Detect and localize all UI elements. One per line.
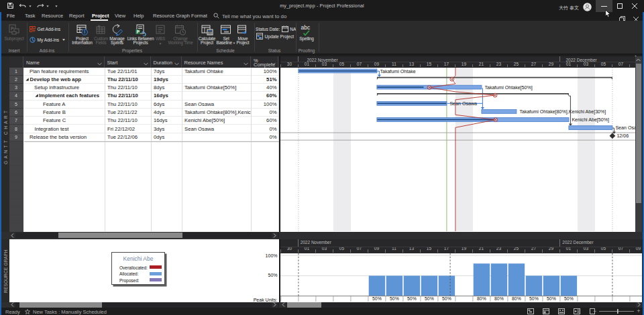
cell-start[interactable]: Tue 22/11/22 [105, 109, 151, 117]
cell-duration[interactable]: 6dys [152, 101, 182, 109]
column-filter-icon-glyph[interactable] [174, 62, 179, 66]
cell-start[interactable]: Tue 22/12/06 [105, 133, 151, 141]
undo-icon[interactable] [19, 0, 27, 12]
tab-report[interactable]: Report [69, 13, 85, 20]
tab-file[interactable]: File [7, 13, 15, 20]
cell-percent-complete[interactable]: 60% [252, 117, 277, 125]
cell-start[interactable]: Fri 22/12/02 [105, 125, 151, 133]
cell-name[interactable]: Plan feature requirements [24, 68, 105, 76]
column-header-resource-names[interactable]: Resource Names [182, 56, 252, 68]
column-filter-icon[interactable] [144, 61, 148, 67]
column-filter-icon-glyph[interactable] [244, 62, 248, 66]
cell-resource-names[interactable] [182, 133, 252, 141]
cell-resource-names[interactable]: Sean Osawa [182, 101, 252, 109]
gantt-task-bar[interactable]: Sean Osawa [376, 101, 476, 107]
row-number[interactable]: 5 [9, 101, 23, 109]
status-new-tasks[interactable]: New Tasks : Manually Scheduled [25, 309, 107, 315]
collapse-triangle-icon-glyph[interactable] [25, 78, 29, 81]
cell-percent-complete[interactable]: 100% [252, 101, 277, 109]
column-filter-icon-glyph[interactable] [97, 62, 102, 66]
cell-name[interactable]: Implement each features [24, 92, 105, 100]
table-row[interactable]: Setup infrastructureThu 22/11/108dysTaka… [24, 84, 279, 92]
gantt-vertical-scrollbar[interactable] [635, 56, 643, 239]
column-header-name-part[interactable]: Name [26, 60, 40, 66]
spelling-button-part[interactable]: Spelling [288, 37, 325, 42]
close-button[interactable] [627, 0, 642, 12]
row-number[interactable]: 3 [9, 84, 23, 92]
column-header-name[interactable]: Name [23, 56, 105, 68]
column-filter-icon-glyph[interactable] [144, 62, 148, 66]
cell-start[interactable]: Thu 22/11/10 [105, 84, 151, 92]
cell-start[interactable]: Tue 22/11/01 [105, 68, 151, 76]
cell-name-part[interactable]: Feature A [43, 101, 65, 107]
resource-sheet-view-icon-glyph[interactable] [574, 308, 580, 314]
cell-resource-names[interactable]: Takafumi Ohtake[80%],Kenichi Abe[30%] [182, 109, 252, 117]
resource-usage-bar[interactable] [421, 275, 437, 296]
gantt-task-bar[interactable]: Takafumi Ohtake [298, 68, 415, 74]
cell-name-part[interactable]: Plan feature requirements [30, 68, 89, 74]
cell-resource-names[interactable] [182, 76, 252, 84]
row-number[interactable]: 6 [9, 109, 23, 117]
horizontal-splitter[interactable] [0, 232, 644, 239]
cell-percent-complete[interactable]: 0% [252, 125, 277, 133]
table-row[interactable]: Feature AThu 22/11/106dysSean Osawa100% [24, 101, 279, 109]
cell-name[interactable]: Setup infrastructure [24, 84, 105, 92]
maximize-button[interactable] [612, 0, 627, 12]
close-button-glyph[interactable] [632, 3, 637, 9]
team-planner-view-icon-glyph[interactable] [558, 308, 565, 314]
cell-name[interactable]: Feature C [24, 117, 105, 125]
gantt-view-icon-glyph[interactable] [527, 308, 534, 314]
tell-me-search[interactable]: Tell me what you want to do [213, 13, 286, 20]
resource-usage-bar[interactable] [403, 275, 419, 296]
zoom-slider[interactable]: − + [593, 308, 641, 314]
resource-usage-bar[interactable] [438, 275, 454, 296]
cell-name-part[interactable]: Release the beta version [30, 134, 87, 140]
statusbar-new-tasks[interactable]: New Tasks : Manually Scheduled [33, 309, 107, 315]
cell-percent-complete[interactable]: 100% [252, 68, 277, 76]
maximize-button-glyph[interactable] [617, 3, 623, 9]
cell-resource-names[interactable]: Takafumi Ohtake[50%] [182, 84, 252, 92]
row-number[interactable]: 2 [9, 76, 23, 84]
cell-start[interactable]: Thu 22/11/10 [105, 76, 151, 84]
status-new-tasks-glyph[interactable] [25, 309, 31, 314]
cell-name-part[interactable]: Implement each features [39, 92, 99, 99]
column-header-start-part[interactable]: Start [107, 60, 118, 66]
table-row[interactable]: Feature CThu 22/11/1016dysKenichi Abe[50… [24, 117, 279, 125]
table-row[interactable]: Integration testFri 22/12/023dysSean Osa… [24, 125, 279, 133]
my-add-ins-button[interactable]: My Add-ins [30, 37, 65, 44]
cell-percent-complete[interactable]: 0% [252, 109, 277, 117]
scrollbar-right-icon[interactable] [272, 233, 278, 238]
cell-resource-names[interactable]: Takafumi Ohtake [182, 68, 252, 76]
gantt-summary-bar[interactable] [376, 76, 612, 79]
undo-icon-glyph[interactable] [19, 3, 27, 9]
cell-name[interactable]: Integration test [24, 125, 105, 133]
cell-name-part[interactable]: Feature C [43, 117, 66, 123]
gantt-task-bar[interactable]: Takafumi Ohtake[50%] [376, 84, 532, 90]
cell-percent-complete[interactable]: 51% [252, 76, 277, 84]
row-number[interactable]: 1 [9, 68, 23, 76]
column-header--complete[interactable]: %Complete [251, 56, 278, 68]
cell-start[interactable]: Thu 22/11/10 [105, 92, 151, 100]
redo-icon-glyph[interactable] [36, 3, 44, 9]
redo-dropdown-icon[interactable] [46, 5, 48, 7]
avatar-glyph[interactable] [583, 3, 592, 11]
tab-resource-graph-format[interactable]: Resource Graph Format [153, 13, 207, 20]
team-planner-view-icon[interactable] [558, 308, 565, 315]
tab-task[interactable]: Task [25, 13, 35, 20]
cell-percent-complete[interactable]: 0% [252, 133, 277, 141]
scrollbar-right-icon[interactable] [272, 302, 278, 308]
cell-name[interactable]: Develop the web app [24, 76, 105, 84]
resource-sheet-view-icon[interactable] [574, 308, 580, 315]
tab-view[interactable]: View [115, 13, 125, 20]
column-header-resource-names-part[interactable]: Resource Names [184, 60, 223, 66]
table-row[interactable]: Plan feature requirementsTue 22/11/017dy… [24, 68, 279, 76]
scrollbar-thumb[interactable] [287, 302, 321, 308]
scrollbar-thumb[interactable] [636, 64, 642, 203]
row-number[interactable]: 7 [9, 117, 23, 125]
subproject-button[interactable]: P Subproject [0, 22, 33, 42]
cell-name-part[interactable]: Feature B [43, 109, 66, 115]
column-header-duration[interactable]: Duration [151, 56, 182, 68]
resource-usage-bar[interactable] [490, 263, 506, 296]
tab-resource[interactable]: Resource [42, 13, 63, 20]
resource-usage-bar[interactable] [525, 275, 541, 296]
